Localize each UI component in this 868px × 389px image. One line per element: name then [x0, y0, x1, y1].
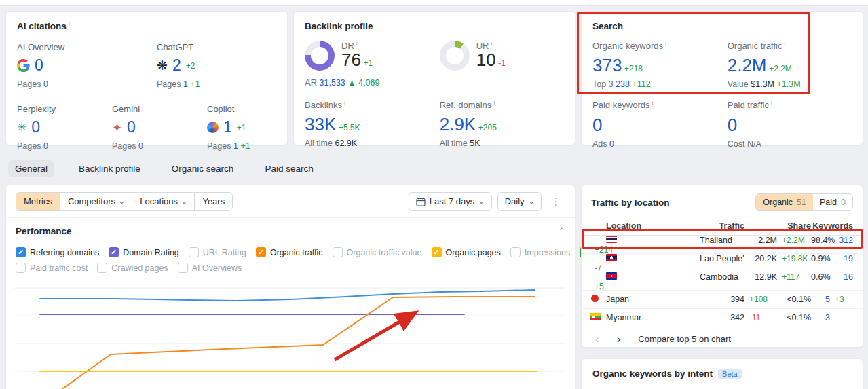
- ai-citations-title: AI citations: [17, 21, 67, 31]
- sub-value: $1.3M: [751, 79, 774, 89]
- dr-donut-chart: [305, 41, 335, 71]
- checkbox-domain-rating[interactable]: Domain Rating: [109, 247, 179, 257]
- tab-general[interactable]: General: [8, 160, 54, 177]
- table-row-laos[interactable]: Lao People's Democratic Reput 20.2K +19.…: [582, 254, 863, 272]
- date-range-button[interactable]: Last 7 days⌄: [409, 192, 492, 211]
- competitors-button[interactable]: Competitors⌄: [60, 193, 132, 210]
- metric-label: AI Overview: [17, 42, 157, 52]
- pages-label: Pages: [112, 141, 136, 151]
- metric-value: 2: [172, 58, 181, 73]
- pages-delta: +1: [240, 141, 250, 151]
- organic-traffic-metric: Organic traffic 2.2M +2.2M Value $1.3M +…: [728, 41, 852, 89]
- traffic-value: 394: [700, 295, 744, 304]
- traffic-pager: ‹ › Compare top 5 on chart: [582, 327, 863, 350]
- share-value: <0.1%: [777, 295, 811, 304]
- backlink-profile-card: Backlink profile DR 76 +1 AR 31,533 ▲ 4,…: [293, 11, 575, 145]
- organic-keywords-metric: Organic keywords 373 +218 Top 3 238 +112: [592, 41, 728, 89]
- keywords-value[interactable]: 19: [830, 254, 853, 263]
- sub-delta: +1.3M: [776, 79, 800, 89]
- traffic-delta: +117: [777, 272, 811, 282]
- info-icon: [493, 100, 495, 106]
- metric-value[interactable]: 33K: [305, 114, 336, 134]
- sub-value[interactable]: 0: [609, 139, 614, 149]
- metric-delta: +2: [186, 61, 195, 71]
- metric-value[interactable]: 0: [728, 115, 737, 135]
- chevron-down-icon: ⌄: [478, 198, 485, 205]
- checkbox-url-rating[interactable]: URL Rating: [189, 247, 246, 257]
- tab-backlink-profile[interactable]: Backlink profile: [72, 160, 147, 177]
- keywords-value[interactable]: 5: [811, 295, 830, 304]
- keywords-value[interactable]: 16: [830, 272, 853, 282]
- table-row-japan[interactable]: Japan 394 +108 <0.1% 5 +3: [582, 291, 863, 309]
- checkbox-icon: [16, 263, 26, 273]
- sub-label: Ads: [592, 139, 607, 149]
- section-tabs: General Backlink profile Organic search …: [5, 158, 320, 179]
- location-name: Japan: [606, 295, 700, 304]
- chatgpt-metric: ChatGPT ❋ 2 +2 Pages 1 +1: [157, 42, 200, 89]
- checkbox-icon: [333, 247, 343, 257]
- prev-page-icon[interactable]: ‹: [595, 333, 599, 345]
- col-traffic[interactable]: Traffic: [700, 221, 744, 231]
- next-page-icon[interactable]: ›: [617, 333, 621, 345]
- checkbox-ai-overviews[interactable]: AI Overviews: [178, 263, 242, 273]
- more-options-icon[interactable]: ⋮: [547, 196, 565, 208]
- traffic-delta: +108: [744, 295, 777, 304]
- keywords-value[interactable]: 312: [830, 236, 853, 245]
- intent-title: Organic keywords by intent: [592, 369, 713, 379]
- metric-value[interactable]: 2.2M: [728, 55, 767, 75]
- toggle-organic[interactable]: Organic51: [756, 194, 813, 210]
- metric-value[interactable]: 2.9K: [440, 114, 476, 134]
- metric-value[interactable]: 373: [592, 55, 622, 75]
- toggle-paid[interactable]: Paid0: [813, 194, 852, 210]
- table-row-myanmar[interactable]: Myanmar 342 -11 <0.1% 3: [582, 309, 863, 327]
- compare-top5-link[interactable]: Compare top 5 on chart: [638, 334, 731, 344]
- checkbox-icon: [432, 247, 442, 257]
- table-row-thailand[interactable]: Thailand 2.2M +2.2M 98.4% 312 +214: [582, 236, 863, 254]
- years-label: Years: [202, 196, 225, 206]
- checkbox-referring-domains[interactable]: Referring domains: [16, 247, 99, 257]
- japan-flag-icon: [591, 295, 599, 302]
- metric-value[interactable]: 0: [592, 115, 602, 135]
- myanmar-flag-icon: [590, 313, 601, 320]
- tab-paid-search[interactable]: Paid search: [258, 160, 320, 177]
- col-share[interactable]: Share: [777, 221, 811, 231]
- col-location[interactable]: Location: [606, 221, 700, 231]
- checkbox-impressions[interactable]: Impressions: [510, 247, 570, 257]
- locations-button[interactable]: Locations⌄: [132, 193, 195, 210]
- checkbox-crawled-pages[interactable]: Crawled pages: [97, 263, 168, 273]
- alltime-value: 62.9K: [335, 138, 357, 148]
- chevron-down-icon: ⌄: [181, 198, 188, 205]
- years-button[interactable]: Years: [195, 193, 232, 210]
- granularity-button[interactable]: Daily⌄: [497, 192, 542, 211]
- checkbox-organic-pages[interactable]: Organic pages: [432, 247, 501, 257]
- sub-value: N/A: [747, 139, 761, 149]
- dr-value: 76: [341, 50, 361, 70]
- dr-delta: +1: [364, 58, 373, 68]
- laos-flag-icon: [606, 254, 617, 261]
- table-row-cambodia[interactable]: Cambodia 12.9K +117 0.6% 16 +5: [582, 272, 863, 291]
- metrics-button[interactable]: Metrics: [16, 193, 60, 210]
- keywords-value[interactable]: 3: [811, 313, 830, 322]
- sub-value[interactable]: 238: [616, 79, 630, 89]
- traffic-value: 342: [700, 313, 744, 322]
- traffic-delta: -11: [744, 313, 777, 322]
- keywords-delta: +5: [590, 282, 606, 291]
- collapse-chevron-icon[interactable]: ⌃: [558, 226, 565, 236]
- keywords-delta: -7: [590, 263, 606, 273]
- ar-value[interactable]: 31,533: [320, 78, 345, 88]
- checkbox-icon: [16, 247, 26, 257]
- tab-organic-search[interactable]: Organic search: [165, 160, 241, 177]
- pages-label: Pages: [157, 79, 181, 89]
- checkbox-icon: [97, 263, 107, 273]
- metric-label: Organic keywords: [592, 41, 663, 51]
- ai-citations-card: AI citations AI Overview 0 Pages 0 ChatG…: [5, 11, 288, 145]
- checkbox-paid-traffic-cost[interactable]: Paid traffic cost: [16, 263, 88, 273]
- gemini-icon: ✦: [112, 122, 122, 134]
- checkbox-organic-traffic-value[interactable]: Organic traffic value: [333, 247, 422, 257]
- alltime-value: 5K: [470, 138, 480, 148]
- ur-donut-chart: [440, 41, 470, 71]
- share-value: <0.1%: [777, 313, 811, 322]
- date-range-label: Last 7 days: [430, 196, 475, 206]
- checkbox-organic-traffic[interactable]: Organic traffic: [256, 247, 323, 257]
- col-keywords[interactable]: Keywords: [811, 221, 853, 231]
